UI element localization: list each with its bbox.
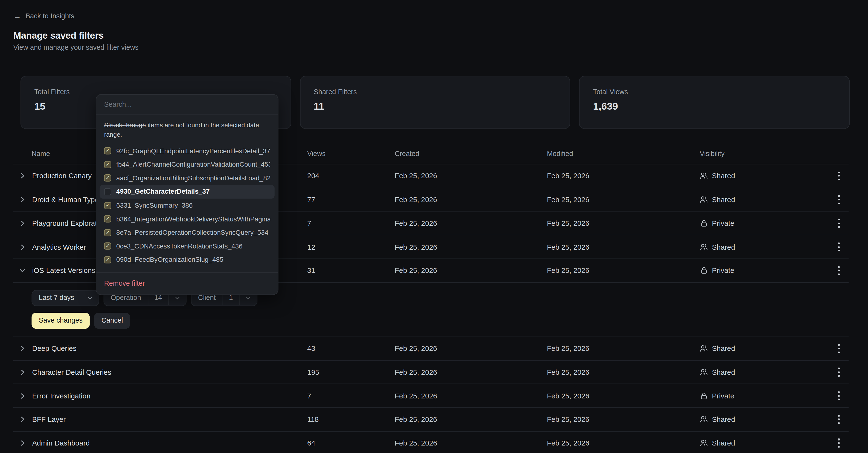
row-views: 12 bbox=[307, 243, 395, 251]
chip-chevron-down-icon[interactable] bbox=[82, 295, 98, 301]
row-visibility-label: Private bbox=[712, 219, 735, 227]
column-header-created: Created bbox=[395, 150, 547, 158]
search-input[interactable] bbox=[96, 100, 278, 108]
remove-filter-button[interactable]: Remove filter bbox=[96, 272, 278, 294]
back-to-insights-link[interactable]: ← Back to Insights bbox=[13, 12, 74, 20]
save-changes-button[interactable]: Save changes bbox=[32, 313, 90, 328]
chip-chevron-down-icon[interactable] bbox=[169, 295, 186, 301]
lock-icon bbox=[700, 266, 708, 274]
table-row[interactable]: BFF Layer 118 Feb 25, 2026 Feb 25, 2026 … bbox=[13, 408, 849, 431]
filter-list-item[interactable]: ✓ 090d_FeedByOrganizationSlug_485 bbox=[100, 253, 275, 267]
chevron-right-icon[interactable] bbox=[18, 196, 26, 203]
row-created: Feb 25, 2026 bbox=[395, 243, 547, 251]
users-icon bbox=[700, 368, 708, 376]
row-created: Feb 25, 2026 bbox=[395, 195, 547, 203]
chevron-right-icon[interactable] bbox=[18, 416, 26, 423]
row-visibility-label: Shared bbox=[712, 439, 735, 447]
chevron-right-icon[interactable] bbox=[18, 439, 26, 447]
filter-list-item[interactable]: ✓ 92fc_GraphQLEndpointLatencyPercentiles… bbox=[100, 144, 275, 158]
filter-list-item[interactable]: ✓ aacf_OrganizationBillingSubscriptionDe… bbox=[100, 171, 275, 185]
stat-value: 11 bbox=[314, 101, 556, 112]
stat-value: 1,639 bbox=[593, 101, 836, 112]
row-modified: Feb 25, 2026 bbox=[547, 172, 700, 180]
chevron-right-icon[interactable] bbox=[18, 392, 26, 400]
chevron-right-icon[interactable] bbox=[18, 172, 26, 180]
chevron-right-icon[interactable] bbox=[18, 220, 26, 227]
kebab-menu-icon[interactable] bbox=[836, 264, 842, 277]
row-name: Playground Exploration bbox=[32, 219, 106, 227]
kebab-menu-icon[interactable] bbox=[836, 413, 842, 426]
row-created: Feb 25, 2026 bbox=[395, 344, 547, 353]
row-modified: Feb 25, 2026 bbox=[547, 415, 700, 424]
table-row[interactable]: Admin Dashboard 64 Feb 25, 2026 Feb 25, … bbox=[13, 431, 849, 453]
kebab-menu-icon[interactable] bbox=[836, 342, 842, 355]
users-icon bbox=[700, 415, 708, 424]
row-name: Admin Dashboard bbox=[32, 439, 90, 447]
row-modified: Feb 25, 2026 bbox=[547, 392, 700, 400]
checkbox-icon[interactable]: ✓ bbox=[104, 202, 111, 209]
table-row[interactable]: Error Investigation 7 Feb 25, 2026 Feb 2… bbox=[13, 384, 849, 408]
filter-list-item[interactable]: ✓ 0ce3_CDNAccessTokenRotationStats_436 bbox=[100, 239, 275, 253]
checkbox-icon[interactable]: ✓ bbox=[104, 188, 111, 195]
filter-chip[interactable]: Last 7 days bbox=[32, 290, 99, 306]
cancel-button[interactable]: Cancel bbox=[94, 313, 130, 328]
kebab-menu-icon[interactable] bbox=[836, 389, 842, 402]
users-icon bbox=[700, 439, 708, 447]
checkbox-icon[interactable]: ✓ bbox=[104, 243, 111, 250]
chip-label: Client bbox=[191, 294, 222, 302]
kebab-menu-icon[interactable] bbox=[836, 365, 842, 379]
lock-icon bbox=[700, 392, 708, 400]
row-name: iOS Latest Versions bbox=[32, 266, 95, 274]
row-name: Deep Queries bbox=[32, 344, 76, 353]
checkbox-icon[interactable]: ✓ bbox=[104, 256, 111, 263]
row-visibility-label: Shared bbox=[712, 344, 735, 353]
filter-list-item[interactable]: ✓ fb44_AlertChannelConfigurationValidati… bbox=[100, 158, 275, 171]
filter-list-item[interactable]: ✓ 8e7a_PersistedOperationCollectionSyncQ… bbox=[100, 226, 275, 239]
table-row[interactable]: Deep Queries 43 Feb 25, 2026 Feb 25, 202… bbox=[13, 337, 849, 360]
chevron-right-icon[interactable] bbox=[18, 243, 26, 251]
filter-list-item[interactable]: ✓ 6331_SyncSummary_386 bbox=[100, 198, 275, 212]
kebab-menu-icon[interactable] bbox=[836, 240, 842, 254]
users-icon bbox=[700, 195, 708, 203]
filter-item-label: 090d_FeedByOrganizationSlug_485 bbox=[116, 256, 223, 264]
row-modified: Feb 25, 2026 bbox=[547, 243, 700, 251]
stat-label: Total Views bbox=[593, 88, 836, 96]
row-modified: Feb 25, 2026 bbox=[547, 368, 700, 376]
kebab-menu-icon[interactable] bbox=[836, 436, 842, 450]
row-created: Feb 25, 2026 bbox=[395, 266, 547, 274]
row-modified: Feb 25, 2026 bbox=[547, 344, 700, 353]
chevron-right-icon[interactable] bbox=[18, 368, 26, 376]
filter-item-label: 92fc_GraphQLEndpointLatencyPercentilesDe… bbox=[116, 147, 270, 155]
row-visibility-label: Shared bbox=[712, 243, 735, 251]
page-title: Manage saved filters bbox=[13, 30, 103, 41]
row-created: Feb 25, 2026 bbox=[395, 439, 547, 447]
checkbox-icon[interactable]: ✓ bbox=[104, 216, 111, 223]
chevron-right-icon[interactable] bbox=[18, 345, 26, 352]
row-created: Feb 25, 2026 bbox=[395, 219, 547, 227]
row-created: Feb 25, 2026 bbox=[395, 172, 547, 180]
arrow-left-icon: ← bbox=[13, 12, 21, 20]
table-row[interactable]: Character Detail Queries 195 Feb 25, 202… bbox=[13, 360, 849, 384]
kebab-menu-icon[interactable] bbox=[836, 193, 842, 206]
checkbox-icon[interactable]: ✓ bbox=[104, 229, 111, 236]
row-modified: Feb 25, 2026 bbox=[547, 219, 700, 227]
stat-card-total-views: Total Views 1,639 bbox=[579, 76, 850, 129]
row-visibility-label: Private bbox=[712, 392, 735, 400]
row-created: Feb 25, 2026 bbox=[395, 392, 547, 400]
chip-label: Operation bbox=[104, 294, 148, 302]
chip-chevron-down-icon[interactable] bbox=[240, 295, 257, 301]
strike-through-notice: Struck-through items are not found in th… bbox=[104, 121, 270, 139]
checkbox-icon[interactable]: ✓ bbox=[104, 174, 111, 182]
filter-list-item[interactable]: ✓ b364_IntegrationWebhookDeliveryStatusW… bbox=[100, 212, 275, 226]
page-subtitle: View and manage your saved filter views bbox=[13, 44, 138, 52]
checkbox-icon[interactable]: ✓ bbox=[104, 147, 111, 155]
checkbox-icon[interactable]: ✓ bbox=[104, 161, 111, 168]
filter-list-item[interactable]: ✓ 4930_GetCharacterDetails_37 bbox=[100, 185, 275, 198]
row-visibility-label: Shared bbox=[712, 172, 735, 180]
filter-item-label: 6331_SyncSummary_386 bbox=[116, 201, 193, 209]
users-icon bbox=[700, 243, 708, 251]
chip-label: Last 7 days bbox=[32, 294, 81, 302]
kebab-menu-icon[interactable] bbox=[836, 216, 842, 230]
chevron-down-icon[interactable] bbox=[18, 267, 26, 274]
kebab-menu-icon[interactable] bbox=[836, 169, 842, 183]
